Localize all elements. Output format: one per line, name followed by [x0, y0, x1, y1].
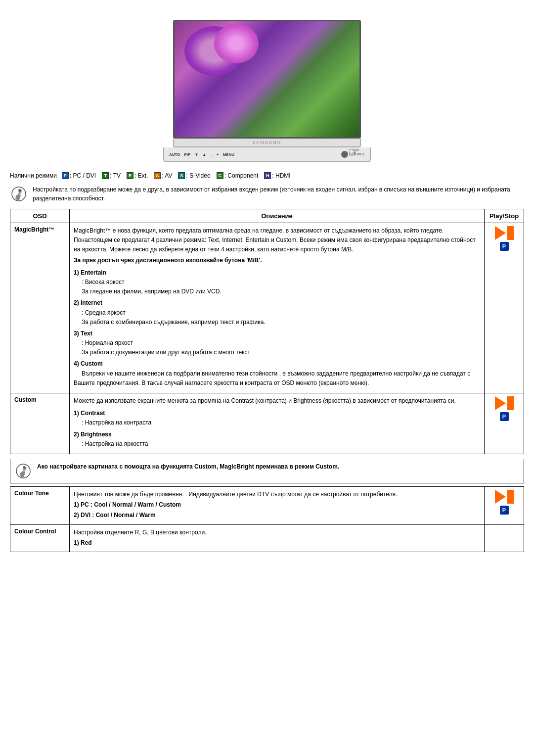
monitor-section: SAMSUNG AUTO PIP ▼ ▲ – + MENU ⊙ SOURCE ☞ — [10, 20, 524, 162]
mode-icon-e: E — [127, 172, 134, 179]
play-button-magicbright[interactable] — [495, 226, 514, 240]
desc-numbered-custom: 1) Contrast : Настройка на контраста 2) … — [74, 409, 480, 449]
note2-text-bold: Ако настройвате картината с помощта на ф… — [37, 463, 339, 470]
mode-pc: P : PC / DVI — [62, 172, 96, 179]
mode-icon-a: A — [154, 172, 161, 179]
note2-icon — [14, 462, 32, 480]
mode-label-svideo: : S-Video — [186, 172, 210, 179]
cell-desc-custom: Можете да използвате екранните менюта за… — [70, 393, 485, 454]
custom-item-1-title: 1) Contrast — [74, 410, 105, 417]
desc-colourcontrol: Настройва отделните R, G, В цветови конт… — [74, 528, 480, 548]
play-p-badge-magicbright: P — [500, 242, 509, 251]
custom-item-1-sub1: : Настройка на контраста — [82, 419, 151, 426]
cell-desc-colourtone: Цветовият тон може да бъде променян. . И… — [70, 486, 485, 524]
ctrl-auto[interactable]: AUTO — [169, 152, 180, 157]
note1-text: Настройката по подразбиране може да е др… — [33, 185, 524, 203]
note1-row: Настройката по подразбиране може да е др… — [10, 185, 524, 203]
note-svg-icon — [11, 186, 27, 202]
cell-play-colourcontrol — [485, 524, 524, 552]
colourcontrol-item-1: 1) Red — [74, 538, 480, 548]
cell-play-magicbright: P — [485, 223, 524, 393]
play-p-badge-colourtone: P — [500, 506, 509, 515]
table-header-row: OSD Описание Play/Stop — [10, 209, 524, 223]
svg-point-1 — [18, 189, 21, 192]
monitor-screen — [173, 20, 361, 139]
play-button-colourtone[interactable] — [495, 490, 514, 504]
cell-osd-colourtone: Colour Tone — [10, 486, 70, 524]
ctrl-plus[interactable]: + — [217, 152, 219, 157]
magicbright-item-3: 3) Text : Нормална яркост За работа с до… — [74, 329, 480, 358]
custom-item-2-title: 2) Brightness — [74, 431, 112, 438]
magicbright-item-3-title: 3) Text — [74, 330, 92, 337]
magicbright-item-4: 4) Custom Въпреки че нашите инженери са … — [74, 359, 480, 388]
mode-svideo: S : S-Video — [178, 172, 210, 179]
magicbright-item-1-title: 1) Entertain — [74, 269, 106, 276]
source-icon[interactable]: ⊙ — [341, 151, 348, 158]
magicbright-item-1-sub2: За гледане на филми, например на DVD или… — [82, 288, 222, 295]
ctrl-menu[interactable]: MENU — [222, 152, 234, 157]
play-container-magicbright: P — [489, 226, 520, 251]
colourtone-item-2: 2) DVI : Cool / Normal / Warm — [74, 511, 480, 520]
hand-cursor-icon: ☞ — [348, 144, 360, 160]
desc-custom-intro: Можете да използвате екранните менюта за… — [74, 396, 480, 406]
custom-item-1: 1) Contrast : Настройка на контраста — [74, 409, 480, 427]
magicbright-item-4-title: 4) Custom — [74, 360, 103, 367]
note1-icon — [10, 185, 28, 203]
magicbright-item-2: 2) Internet : Средна яркост За работа с … — [74, 298, 480, 327]
mode-label-hdmi: : HDMI — [272, 172, 290, 179]
mode-label-tv: : TV — [110, 172, 121, 179]
magicbright-item-2-title: 2) Internet — [74, 299, 102, 306]
note2-svg-icon — [15, 463, 31, 479]
ctrl-down[interactable]: ▼ — [194, 152, 198, 157]
desc-numbered-magicbright: 1) Entertain : Висока яркост За гледане … — [74, 268, 480, 388]
colourtone-item-1: 1) PC : Cool / Normal / Warm / Custom — [74, 500, 480, 510]
magicbright-item-3-sub2: За работа с документации или друг вид ра… — [82, 349, 250, 356]
header-osd: OSD — [10, 209, 70, 223]
cell-osd-magicbright: MagicBright™ — [10, 223, 70, 393]
mode-tv: T : TV — [102, 172, 121, 179]
ctrl-minus[interactable]: – — [210, 152, 212, 157]
play-container-colourtone: P — [489, 490, 520, 515]
magicbright-item-4-sub1: Въпреки че нашите инженери са подбрали в… — [74, 370, 470, 386]
ctrl-pip[interactable]: PIP — [184, 152, 191, 157]
table-row: Custom Можете да използвате екранните ме… — [10, 393, 524, 454]
stop-square-icon-custom — [507, 396, 514, 410]
custom-item-2-sub1: : Настройка на яркостта — [82, 440, 148, 447]
main-table-continued: Colour Tone Цветовият тон може да бъде п… — [10, 486, 524, 552]
magicbright-item-1: 1) Entertain : Висока яркост За гледане … — [74, 268, 480, 297]
ctrl-up[interactable]: ▲ — [202, 152, 206, 157]
cell-play-custom: P — [485, 393, 524, 454]
mode-ext: E : Ext. — [127, 172, 148, 179]
mode-av: A : AV — [154, 172, 172, 179]
modes-label: Налични режими — [10, 172, 57, 179]
cell-desc-magicbright: MagicBright™ е нова функция, която предл… — [70, 223, 485, 393]
table-row: Colour Control Настройва отделните R, G,… — [10, 524, 524, 552]
monitor-controls: AUTO PIP ▼ ▲ – + MENU ⊙ SOURCE ☞ — [163, 147, 371, 162]
header-desc: Описание — [70, 209, 485, 223]
desc-colourtone-intro: Цветовият тон може да бъде променян. . И… — [74, 490, 480, 499]
magicbright-item-2-sub2: За работа с комбинирано съдържание, напр… — [82, 319, 266, 326]
mode-hdmi: H : HDMI — [264, 172, 290, 179]
cell-desc-colourcontrol: Настройва отделните R, G, В цветови конт… — [70, 524, 485, 552]
cell-osd-colourcontrol: Colour Control — [10, 524, 70, 552]
play-p-badge-custom: P — [500, 412, 509, 421]
desc-colourcontrol-intro: Настройва отделните R, G, В цветови конт… — [74, 528, 480, 537]
play-button-custom[interactable] — [495, 396, 514, 410]
cell-osd-custom: Custom — [10, 393, 70, 454]
svg-point-3 — [23, 466, 26, 469]
table-row: Colour Tone Цветовият тон може да бъде п… — [10, 486, 524, 524]
stop-square-icon — [507, 226, 514, 240]
note2-row: Ако настройвате картината с помощта на ф… — [10, 459, 524, 483]
mode-icon-s: S — [178, 172, 185, 179]
magicbright-item-2-sub1: : Средна яркост — [82, 309, 126, 316]
mode-label-pc: : PC / DVI — [70, 172, 96, 179]
custom-item-2: 2) Brightness : Настройка на яркостта — [74, 430, 480, 449]
stop-square-icon-colourtone — [507, 490, 514, 504]
play-triangle-icon-custom — [495, 396, 506, 410]
cell-play-colourtone: P — [485, 486, 524, 524]
monitor-body: SAMSUNG — [173, 139, 361, 147]
mode-icon-c: C — [217, 172, 223, 179]
mode-icon-t: T — [102, 172, 109, 179]
monitor-container: SAMSUNG AUTO PIP ▼ ▲ – + MENU ⊙ SOURCE ☞ — [163, 20, 371, 162]
header-play: Play/Stop — [485, 209, 524, 223]
